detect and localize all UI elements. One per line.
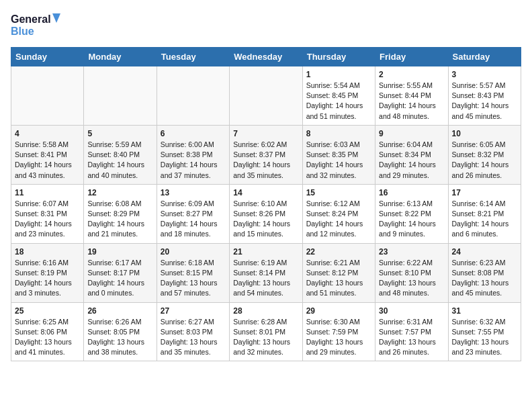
- day-detail: Sunrise: 6:22 AM Sunset: 8:10 PM Dayligh…: [379, 258, 444, 299]
- day-cell: [157, 66, 229, 126]
- day-detail: Sunrise: 6:27 AM Sunset: 8:03 PM Dayligh…: [161, 317, 226, 358]
- svg-text:General: General: [11, 13, 51, 25]
- logo-icon: GeneralBlue: [11, 11, 64, 40]
- day-number: 16: [379, 188, 444, 197]
- week-row-4: 18Sunrise: 6:16 AM Sunset: 8:19 PM Dayli…: [11, 243, 521, 302]
- day-number: 31: [452, 306, 517, 316]
- day-detail: Sunrise: 6:25 AM Sunset: 8:06 PM Dayligh…: [15, 317, 80, 358]
- day-cell: 21Sunrise: 6:19 AM Sunset: 8:14 PM Dayli…: [230, 243, 302, 302]
- day-cell: [84, 66, 157, 126]
- day-cell: 18Sunrise: 6:16 AM Sunset: 8:19 PM Dayli…: [11, 243, 84, 302]
- week-row-2: 4Sunrise: 5:58 AM Sunset: 8:41 PM Daylig…: [11, 125, 521, 184]
- day-cell: 11Sunrise: 6:07 AM Sunset: 8:31 PM Dayli…: [11, 184, 84, 243]
- day-number: 6: [161, 129, 226, 138]
- day-number: 3: [452, 70, 517, 79]
- header-row: SundayMondayTuesdayWednesdayThursdayFrid…: [11, 48, 521, 66]
- day-number: 17: [452, 188, 517, 197]
- day-number: 14: [233, 188, 298, 197]
- day-cell: 14Sunrise: 6:10 AM Sunset: 8:26 PM Dayli…: [230, 184, 302, 243]
- day-cell: 9Sunrise: 6:04 AM Sunset: 8:34 PM Daylig…: [375, 125, 448, 184]
- day-detail: Sunrise: 6:30 AM Sunset: 7:59 PM Dayligh…: [306, 317, 371, 358]
- day-cell: 8Sunrise: 6:03 AM Sunset: 8:35 PM Daylig…: [302, 125, 375, 184]
- day-cell: 15Sunrise: 6:12 AM Sunset: 8:24 PM Dayli…: [302, 184, 375, 243]
- day-cell: 12Sunrise: 6:08 AM Sunset: 8:29 PM Dayli…: [84, 184, 157, 243]
- col-header-friday: Friday: [375, 48, 448, 66]
- day-cell: 29Sunrise: 6:30 AM Sunset: 7:59 PM Dayli…: [302, 302, 375, 361]
- day-detail: Sunrise: 6:28 AM Sunset: 8:01 PM Dayligh…: [233, 317, 298, 358]
- day-detail: Sunrise: 6:00 AM Sunset: 8:38 PM Dayligh…: [161, 140, 226, 181]
- day-number: 18: [15, 247, 80, 257]
- day-number: 10: [452, 129, 517, 138]
- col-header-saturday: Saturday: [448, 48, 521, 66]
- calendar-table: SundayMondayTuesdayWednesdayThursdayFrid…: [11, 47, 521, 361]
- calendar-header: SundayMondayTuesdayWednesdayThursdayFrid…: [11, 48, 521, 66]
- logo: GeneralBlue: [11, 11, 64, 40]
- day-cell: 16Sunrise: 6:13 AM Sunset: 8:22 PM Dayli…: [375, 184, 448, 243]
- day-detail: Sunrise: 6:04 AM Sunset: 8:34 PM Dayligh…: [379, 140, 444, 181]
- day-number: 21: [233, 247, 298, 257]
- day-number: 19: [87, 247, 152, 257]
- day-cell: 2Sunrise: 5:55 AM Sunset: 8:44 PM Daylig…: [375, 66, 448, 126]
- week-row-5: 25Sunrise: 6:25 AM Sunset: 8:06 PM Dayli…: [11, 302, 521, 361]
- day-number: 11: [15, 188, 80, 197]
- day-number: 7: [233, 129, 298, 138]
- day-detail: Sunrise: 6:02 AM Sunset: 8:37 PM Dayligh…: [233, 140, 298, 181]
- day-detail: Sunrise: 5:58 AM Sunset: 8:41 PM Dayligh…: [15, 140, 80, 181]
- day-cell: 20Sunrise: 6:18 AM Sunset: 8:15 PM Dayli…: [157, 243, 229, 302]
- page-header: GeneralBlue: [11, 11, 521, 40]
- day-number: 26: [87, 306, 152, 316]
- day-detail: Sunrise: 6:19 AM Sunset: 8:14 PM Dayligh…: [233, 258, 298, 299]
- day-detail: Sunrise: 5:59 AM Sunset: 8:40 PM Dayligh…: [87, 140, 152, 181]
- day-detail: Sunrise: 6:03 AM Sunset: 8:35 PM Dayligh…: [306, 140, 371, 181]
- day-cell: 27Sunrise: 6:27 AM Sunset: 8:03 PM Dayli…: [157, 302, 229, 361]
- day-detail: Sunrise: 5:57 AM Sunset: 8:43 PM Dayligh…: [452, 81, 517, 122]
- col-header-thursday: Thursday: [302, 48, 375, 66]
- day-detail: Sunrise: 6:14 AM Sunset: 8:21 PM Dayligh…: [452, 199, 517, 240]
- day-number: 12: [87, 188, 152, 197]
- day-cell: 4Sunrise: 5:58 AM Sunset: 8:41 PM Daylig…: [11, 125, 84, 184]
- day-number: 23: [379, 247, 444, 257]
- day-detail: Sunrise: 6:23 AM Sunset: 8:08 PM Dayligh…: [452, 258, 517, 299]
- day-cell: 28Sunrise: 6:28 AM Sunset: 8:01 PM Dayli…: [230, 302, 302, 361]
- day-number: 15: [306, 188, 371, 197]
- day-detail: Sunrise: 6:09 AM Sunset: 8:27 PM Dayligh…: [161, 199, 226, 240]
- col-header-monday: Monday: [84, 48, 157, 66]
- day-detail: Sunrise: 6:17 AM Sunset: 8:17 PM Dayligh…: [87, 258, 152, 299]
- day-detail: Sunrise: 6:05 AM Sunset: 8:32 PM Dayligh…: [452, 140, 517, 181]
- day-number: 20: [161, 247, 226, 257]
- day-cell: 5Sunrise: 5:59 AM Sunset: 8:40 PM Daylig…: [84, 125, 157, 184]
- day-detail: Sunrise: 6:31 AM Sunset: 7:57 PM Dayligh…: [379, 317, 444, 358]
- day-cell: [11, 66, 84, 126]
- week-row-3: 11Sunrise: 6:07 AM Sunset: 8:31 PM Dayli…: [11, 184, 521, 243]
- day-number: 25: [15, 306, 80, 316]
- day-detail: Sunrise: 5:55 AM Sunset: 8:44 PM Dayligh…: [379, 81, 444, 122]
- svg-marker-2: [52, 13, 60, 23]
- day-detail: Sunrise: 5:54 AM Sunset: 8:45 PM Dayligh…: [306, 81, 371, 122]
- day-number: 2: [379, 70, 444, 79]
- col-header-sunday: Sunday: [11, 48, 84, 66]
- day-number: 13: [161, 188, 226, 197]
- day-detail: Sunrise: 6:32 AM Sunset: 7:55 PM Dayligh…: [452, 317, 517, 358]
- day-detail: Sunrise: 6:08 AM Sunset: 8:29 PM Dayligh…: [87, 199, 152, 240]
- day-cell: 7Sunrise: 6:02 AM Sunset: 8:37 PM Daylig…: [230, 125, 302, 184]
- day-detail: Sunrise: 6:13 AM Sunset: 8:22 PM Dayligh…: [379, 199, 444, 240]
- day-number: 30: [379, 306, 444, 316]
- day-number: 29: [306, 306, 371, 316]
- col-header-tuesday: Tuesday: [157, 48, 229, 66]
- day-detail: Sunrise: 6:26 AM Sunset: 8:05 PM Dayligh…: [87, 317, 152, 358]
- day-cell: [230, 66, 302, 126]
- day-cell: 3Sunrise: 5:57 AM Sunset: 8:43 PM Daylig…: [448, 66, 521, 126]
- day-cell: 22Sunrise: 6:21 AM Sunset: 8:12 PM Dayli…: [302, 243, 375, 302]
- day-detail: Sunrise: 6:16 AM Sunset: 8:19 PM Dayligh…: [15, 258, 80, 299]
- day-cell: 25Sunrise: 6:25 AM Sunset: 8:06 PM Dayli…: [11, 302, 84, 361]
- calendar-body: 1Sunrise: 5:54 AM Sunset: 8:45 PM Daylig…: [11, 66, 521, 361]
- col-header-wednesday: Wednesday: [230, 48, 302, 66]
- day-number: 22: [306, 247, 371, 257]
- svg-text:Blue: Blue: [11, 26, 34, 37]
- day-number: 28: [233, 306, 298, 316]
- day-detail: Sunrise: 6:18 AM Sunset: 8:15 PM Dayligh…: [161, 258, 226, 299]
- day-cell: 10Sunrise: 6:05 AM Sunset: 8:32 PM Dayli…: [448, 125, 521, 184]
- day-number: 1: [306, 70, 371, 79]
- day-cell: 1Sunrise: 5:54 AM Sunset: 8:45 PM Daylig…: [302, 66, 375, 126]
- day-cell: 13Sunrise: 6:09 AM Sunset: 8:27 PM Dayli…: [157, 184, 229, 243]
